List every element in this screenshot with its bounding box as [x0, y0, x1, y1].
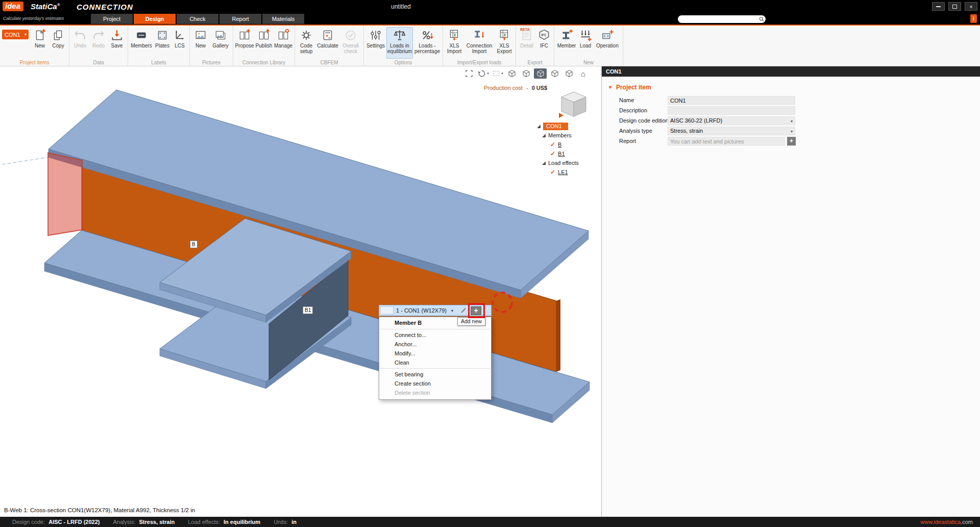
- detail-export-button[interactable]: BETA Detail: [518, 27, 535, 59]
- product-name: CONNECTION: [77, 3, 133, 11]
- new-picture-button[interactable]: New: [192, 27, 209, 59]
- menu-item-set-bearing[interactable]: Set bearing: [379, 370, 491, 379]
- home-view-button[interactable]: ⌂: [577, 68, 590, 79]
- new-load-button[interactable]: Load: [578, 27, 593, 59]
- tab-report[interactable]: Report: [219, 14, 261, 24]
- add-new-button[interactable]: +: [471, 306, 481, 315]
- view-axonometry-button[interactable]: [505, 68, 518, 79]
- close-icon: ×: [969, 4, 972, 10]
- close-button[interactable]: ×: [965, 2, 977, 11]
- tab-materials[interactable]: Materials: [262, 14, 304, 24]
- minimize-button[interactable]: [932, 2, 945, 11]
- chevron-down-icon[interactable]: ▾: [451, 308, 456, 313]
- loads-in-equilibrium-button[interactable]: Loads in equilibrium: [386, 27, 413, 59]
- gallery-button[interactable]: Gallery: [210, 27, 231, 59]
- propose-button[interactable]: Propose: [235, 27, 254, 59]
- manage-button[interactable]: Manage: [274, 27, 292, 59]
- tree-item-le1[interactable]: ✓ LE1: [550, 167, 579, 177]
- search-input[interactable]: [678, 16, 757, 22]
- new-operation-button[interactable]: Operation: [594, 27, 621, 59]
- edit-icon[interactable]: [460, 307, 467, 314]
- navigation-cube[interactable]: [557, 89, 590, 119]
- check-icon[interactable]: ✓: [550, 150, 555, 157]
- description-input[interactable]: [668, 106, 795, 115]
- orbit-button[interactable]: ▾: [477, 68, 489, 79]
- tree-selected-node[interactable]: CON1: [543, 123, 568, 130]
- menu-item-create-section[interactable]: Create section: [379, 379, 491, 388]
- tree-item-member-b1[interactable]: ✓ B1: [550, 149, 579, 158]
- view-transparent-button[interactable]: [548, 68, 561, 79]
- menu-item-clean[interactable]: Clean: [379, 358, 491, 367]
- 3d-scene[interactable]: [0, 66, 601, 517]
- report-input[interactable]: [668, 137, 785, 146]
- tree-item-members[interactable]: Members: [542, 131, 579, 140]
- project-item-selector[interactable]: CON1 ▾: [2, 30, 29, 39]
- xls-import-button[interactable]: XLS Import: [445, 27, 463, 59]
- website-link[interactable]: www.ideastatica.com: [920, 517, 973, 527]
- menu-item-modify[interactable]: Modify...: [379, 349, 491, 358]
- ribbon-group-label: Export: [516, 60, 554, 65]
- save-button[interactable]: Save: [108, 27, 126, 59]
- tab-check[interactable]: Check: [177, 14, 218, 24]
- production-cost: Production cost - 0 US$: [484, 85, 547, 91]
- menu-item-connect-to[interactable]: Connect to...: [379, 330, 491, 340]
- viewport-3d[interactable]: B B1 ▾ ▾ ⌂ Production cost - 0 US$ CON1 …: [0, 66, 601, 517]
- view-solid-button[interactable]: [534, 68, 547, 79]
- settings-button[interactable]: Settings: [366, 27, 385, 59]
- zoom-fit-button[interactable]: [462, 68, 475, 79]
- field-row-name: Name: [619, 96, 980, 106]
- tab-design[interactable]: Design: [134, 14, 176, 24]
- operation-selector[interactable]: 1 - CON1 (W12X79) ▾ +: [379, 305, 492, 316]
- construction-line: [2, 157, 48, 164]
- tree-item-member-b[interactable]: ✓ B: [550, 140, 579, 149]
- redo-button[interactable]: Redo: [90, 27, 107, 59]
- status-analysis: Stress, strain: [139, 519, 175, 525]
- menu-item-anchor[interactable]: Anchor...: [379, 340, 491, 349]
- publish-button[interactable]: Publish: [255, 27, 273, 59]
- section-project-item[interactable]: ▼ Project item: [608, 84, 980, 91]
- connection-import-button[interactable]: Connection Import: [464, 27, 494, 59]
- new-project-item-button[interactable]: New: [31, 27, 48, 59]
- new-member-button[interactable]: Member: [556, 27, 577, 59]
- maximize-button[interactable]: [948, 2, 961, 11]
- search-box[interactable]: [678, 15, 766, 23]
- search-icon: [757, 16, 766, 22]
- notification-icon[interactable]: i: [970, 14, 977, 23]
- check-icon[interactable]: ✓: [550, 169, 555, 176]
- member-b-web-end[interactable]: [556, 299, 560, 372]
- code-setup-button[interactable]: Code setup: [297, 27, 315, 59]
- lcs-button[interactable]: LCS: [172, 27, 187, 59]
- member-label-b[interactable]: B: [190, 241, 198, 248]
- chevron-down-icon: ▾: [791, 128, 793, 135]
- expander-icon[interactable]: [542, 134, 546, 137]
- tree-item-con1[interactable]: CON1: [537, 122, 579, 131]
- expander-icon[interactable]: [542, 161, 546, 165]
- design-code-select[interactable]: AISC 360-22 (LRFD) ▾: [668, 116, 795, 125]
- minimize-icon: [936, 6, 941, 7]
- undo-button[interactable]: Undo: [71, 27, 89, 59]
- name-input[interactable]: [668, 96, 795, 105]
- view-wireframe-button[interactable]: [520, 68, 532, 79]
- view-clipping-button[interactable]: [562, 68, 575, 79]
- tab-project[interactable]: Project: [91, 14, 133, 24]
- tree-item-load-effects[interactable]: Load effects: [542, 158, 579, 167]
- check-icon[interactable]: ✓: [550, 141, 555, 148]
- copy-button[interactable]: Copy: [50, 27, 67, 59]
- ifc-export-button[interactable]: IFC: [536, 27, 552, 59]
- cube-icon: [536, 69, 545, 78]
- expander-icon[interactable]: [537, 125, 541, 128]
- xls-export-button[interactable]: XLS Export: [495, 27, 513, 59]
- member-label-b1[interactable]: B1: [303, 306, 313, 314]
- members-labels-button[interactable]: Members: [130, 27, 153, 59]
- add-report-button[interactable]: +: [787, 137, 796, 146]
- overall-check-button[interactable]: Overall check: [340, 27, 361, 59]
- collapse-icon[interactable]: ▼: [608, 85, 612, 90]
- loads-percentage-button[interactable]: Loads - percentage: [414, 27, 440, 59]
- analysis-type-select[interactable]: Stress, strain ▾: [668, 127, 795, 135]
- calculate-button[interactable]: Calculate: [316, 27, 339, 59]
- selection-mode-button[interactable]: ▾: [491, 68, 504, 79]
- cube-icon: [550, 69, 559, 78]
- plates-labels-button[interactable]: Plates: [154, 27, 171, 59]
- selected-end-plate[interactable]: [48, 153, 82, 235]
- ribbon-group-cbfem: Code setup Calculate Overall check CBFEM: [295, 26, 364, 66]
